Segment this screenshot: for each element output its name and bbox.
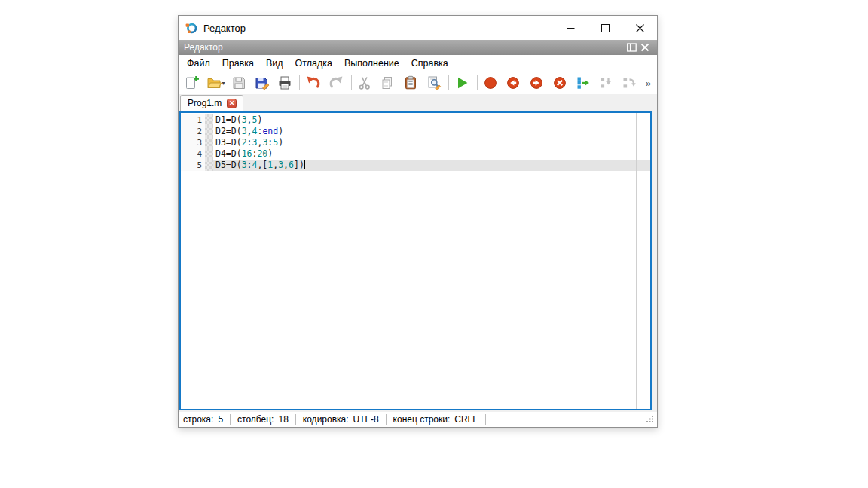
open-icon — [206, 75, 222, 90]
menu-item-file[interactable]: Файл — [181, 56, 216, 70]
line-number: 2 — [181, 126, 205, 137]
tab-label: Prog1.m — [188, 98, 222, 108]
save-as-button[interactable] — [252, 73, 271, 93]
octave-logo-icon — [185, 22, 198, 35]
editor-line-5: 5D5=D(3:4,[1,3,6]) — [181, 160, 650, 171]
menu-item-debug[interactable]: Отладка — [289, 56, 338, 70]
menu-item-run[interactable]: Выполнение — [338, 56, 405, 70]
run-icon — [454, 75, 469, 90]
status-eol-label: конец строки: — [393, 414, 451, 425]
window-maximize-button[interactable] — [588, 16, 622, 40]
save-button — [230, 73, 249, 93]
breakpoint-margin[interactable] — [205, 137, 213, 148]
maximize-icon — [601, 24, 610, 32]
breakpoint-margin[interactable] — [205, 114, 213, 126]
open-dropdown-arrow-icon[interactable]: ▾ — [222, 80, 225, 87]
status-line-label: строка: — [183, 414, 213, 425]
title-bar: Редактор — [179, 16, 657, 40]
code-text: D1=D(3,5) — [213, 114, 650, 126]
print-button[interactable] — [276, 73, 295, 93]
editor-line-3: 3D3=D(2:3,3:5) — [181, 137, 650, 148]
status-bar: строка:5столбец:18кодировка:UTF-8конец с… — [179, 412, 657, 427]
panel-undock-button[interactable] — [625, 40, 638, 55]
remove-breakpoints-button[interactable] — [550, 73, 569, 93]
run-button[interactable] — [453, 73, 472, 93]
status-separator — [295, 414, 296, 425]
new-script-icon — [185, 75, 200, 90]
line-number: 5 — [181, 160, 205, 171]
new-script-button[interactable] — [183, 73, 202, 93]
find-replace-button[interactable] — [424, 73, 443, 93]
undock-icon — [627, 43, 637, 52]
breakpoint-margin[interactable] — [205, 148, 213, 160]
tab-close-icon[interactable]: ✕ — [227, 99, 237, 108]
copy-icon — [380, 75, 395, 90]
save-icon — [231, 75, 246, 90]
status-eol: конец строки:CRLF — [393, 414, 478, 425]
undo-button[interactable] — [304, 73, 322, 93]
remove-breakpoints-icon — [552, 75, 567, 90]
step-in-icon — [598, 75, 613, 90]
step-button[interactable] — [573, 73, 592, 93]
status-column: столбец:18 — [237, 414, 289, 425]
resize-grip[interactable] — [646, 414, 654, 425]
status-separator — [230, 414, 231, 425]
code-text: D5=D(3:4,[1,3,6]) — [213, 160, 650, 171]
toolbar: ▾» — [179, 72, 657, 94]
code-text: D2=D(3,4:end) — [213, 126, 650, 137]
status-encoding-label: кодировка: — [303, 414, 349, 425]
window-title: Редактор — [203, 23, 553, 34]
minimize-icon — [567, 24, 575, 32]
panel-title: Редактор — [184, 42, 625, 53]
window-close-button[interactable] — [622, 16, 657, 40]
editor-window: Редактор Редактор ФайлПравкаВидОтладкаВы… — [178, 15, 658, 428]
toolbar-separator — [351, 75, 352, 90]
menu-item-edit[interactable]: Правка — [216, 56, 260, 70]
status-separator — [485, 414, 486, 425]
previous-breakpoint-icon — [506, 75, 521, 90]
cut-button — [356, 73, 374, 93]
tab-prog1[interactable]: Prog1.m ✕ — [180, 95, 243, 111]
cut-icon — [357, 75, 372, 90]
toolbar-separator — [477, 75, 478, 90]
long-line-marker — [636, 113, 637, 409]
editor-line-1: 1D1=D(3,5) — [181, 114, 650, 126]
status-eol-value: CRLF — [454, 414, 478, 425]
toolbar-separator — [299, 75, 300, 90]
next-breakpoint-button[interactable] — [527, 73, 546, 93]
print-icon — [277, 75, 292, 90]
undo-icon — [306, 75, 321, 90]
copy-button — [378, 73, 397, 93]
open-button[interactable]: ▾ — [206, 73, 225, 93]
toggle-breakpoint-button[interactable] — [481, 73, 500, 93]
breakpoint-margin[interactable] — [205, 126, 213, 137]
toggle-breakpoint-icon — [483, 75, 498, 90]
redo-button — [327, 73, 346, 93]
paste-icon — [403, 75, 418, 90]
status-column-label: столбец: — [237, 414, 274, 425]
status-column-value: 18 — [278, 414, 288, 425]
menu-item-help[interactable]: Справка — [405, 56, 454, 70]
panel-close-button[interactable] — [638, 40, 652, 55]
status-separator — [386, 414, 387, 425]
panel-title-bar: Редактор — [179, 40, 657, 55]
editor-line-2: 2D2=D(3,4:end) — [181, 126, 650, 137]
editor-area: Prog1.m ✕ 1D1=D(3,5)2D2=D(3,4:end)3D3=D(… — [179, 94, 657, 412]
paste-button[interactable] — [402, 73, 420, 93]
toolbar-overflow-chevron[interactable]: » — [643, 78, 653, 89]
menu-item-view[interactable]: Вид — [260, 56, 289, 70]
step-icon — [575, 75, 590, 90]
window-minimize-button[interactable] — [553, 16, 588, 40]
find-replace-icon — [426, 75, 442, 90]
code-editor[interactable]: 1D1=D(3,5)2D2=D(3,4:end)3D3=D(2:3,3:5)4D… — [179, 111, 652, 410]
toolbar-separator — [448, 75, 449, 90]
status-line: строка:5 — [183, 414, 223, 425]
code-text: D3=D(2:3,3:5) — [213, 137, 650, 148]
breakpoint-margin[interactable] — [205, 160, 213, 171]
line-number: 3 — [181, 137, 205, 148]
status-encoding: кодировка:UTF-8 — [303, 414, 379, 425]
status-encoding-value: UTF-8 — [353, 414, 379, 425]
line-number: 1 — [181, 114, 205, 126]
previous-breakpoint-button[interactable] — [504, 73, 523, 93]
editor-lines: 1D1=D(3,5)2D2=D(3,4:end)3D3=D(2:3,3:5)4D… — [181, 113, 650, 171]
